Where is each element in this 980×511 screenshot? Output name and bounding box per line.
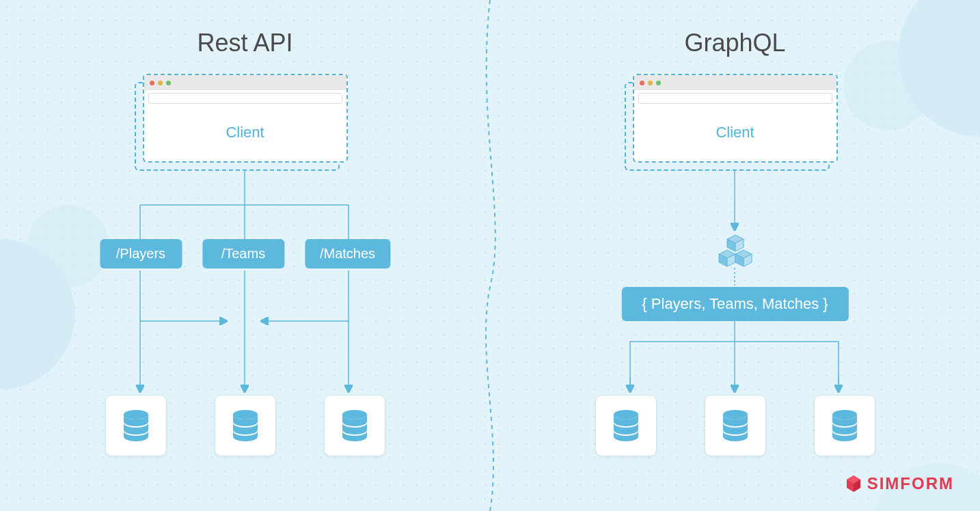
rest-endpoint-row: /Players /Teams /Matches [100,239,390,268]
graphql-client-label: Client [634,104,836,161]
graphql-panel: GraphQL Client [490,0,980,511]
browser-url-bar [148,93,342,104]
svg-point-8 [233,410,258,419]
database-icon [105,395,167,456]
graphql-schema-cube-icon [716,232,754,273]
browser-chrome-icon [634,75,836,90]
graphql-db-row [595,395,875,456]
svg-point-18 [832,410,857,419]
svg-point-9 [342,410,367,419]
rest-client-label: Client [144,104,346,161]
database-icon [814,395,875,456]
simform-logo-text: SIMFORM [867,474,954,493]
rest-client-box: Client [143,74,348,169]
rest-db-row [105,395,385,456]
database-icon [324,395,385,456]
svg-point-17 [723,410,748,419]
simform-logo-icon [844,474,863,493]
graphql-query-box: { Players, Teams, Matches } [621,287,848,321]
simform-logo: SIMFORM [844,474,954,493]
database-icon [215,395,276,456]
database-icon [595,395,657,456]
svg-point-16 [614,410,638,419]
database-icon [705,395,766,456]
endpoint-players: /Players [100,239,182,268]
browser-url-bar [638,93,832,104]
graphql-title: GraphQL [684,29,785,57]
endpoint-matches: /Matches [305,239,390,268]
rest-title: Rest API [197,29,292,57]
endpoint-teams: /Teams [202,239,284,268]
svg-point-7 [124,410,148,419]
rest-panel: Rest API Client /Players /Teams [0,0,490,511]
browser-chrome-icon [144,75,346,90]
graphql-client-box: Client [633,74,838,169]
